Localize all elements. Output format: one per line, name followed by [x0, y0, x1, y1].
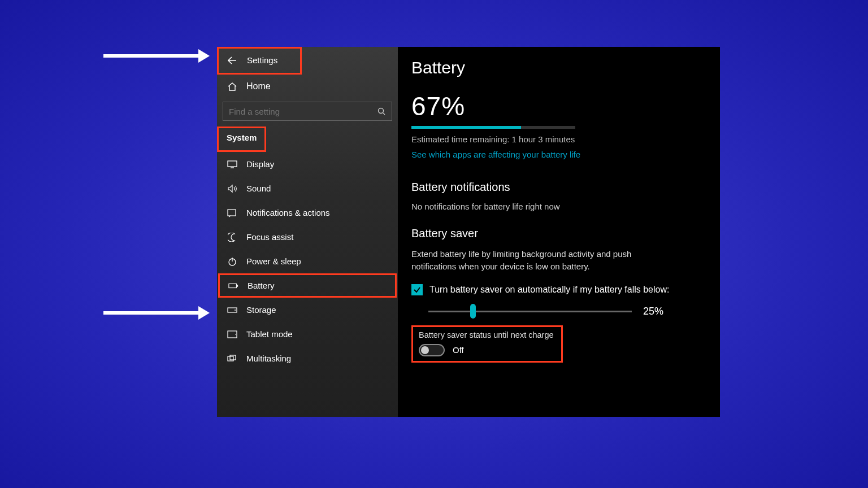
battery-saver-threshold-slider-row: 25%	[428, 306, 706, 317]
svg-rect-2	[228, 161, 237, 167]
battery-apps-link[interactable]: See which apps are affecting your batter…	[411, 150, 580, 159]
sidebar-item-label: Focus assist	[246, 232, 293, 242]
sidebar-item-label: Display	[246, 159, 274, 169]
battery-saver-auto-label: Turn battery saver on automatically if m…	[429, 285, 669, 295]
sidebar-item-label: Multitasking	[246, 354, 291, 363]
sidebar-item-multitasking[interactable]: Multitasking	[217, 346, 398, 371]
highlight-settings-header: Settings	[217, 47, 302, 75]
battery-saver-status-label: Battery saver status until next charge	[419, 330, 555, 339]
sidebar-item-power-sleep[interactable]: Power & sleep	[217, 249, 398, 273]
sound-icon	[227, 184, 237, 193]
tablet-icon	[227, 330, 237, 338]
sidebar-item-label: Tablet mode	[246, 329, 293, 339]
multitasking-icon	[227, 355, 237, 363]
sidebar-item-label: Storage	[246, 305, 276, 315]
battery-icon	[228, 282, 238, 289]
settings-sidebar: Settings Home System	[217, 47, 398, 417]
sidebar-item-label: Sound	[246, 184, 271, 193]
sidebar-item-storage[interactable]: Storage	[217, 298, 398, 322]
sidebar-item-label: Power & sleep	[246, 256, 301, 266]
slider-thumb[interactable]	[470, 304, 476, 319]
sidebar-home-label: Home	[246, 81, 271, 91]
page-title: Battery	[411, 58, 706, 77]
battery-saver-description: Extend battery life by limiting backgrou…	[411, 248, 677, 273]
annotation-arrow-battery	[103, 311, 199, 315]
sidebar-item-label: Battery	[248, 281, 275, 290]
sidebar-item-notifications[interactable]: Notifications & actions	[217, 201, 398, 225]
battery-progress-bar	[411, 126, 575, 129]
svg-rect-13	[228, 356, 233, 361]
sidebar-item-tablet-mode[interactable]: Tablet mode	[217, 322, 398, 346]
notifications-icon	[227, 208, 237, 217]
search-input[interactable]	[223, 102, 392, 121]
battery-progress-fill	[411, 126, 521, 129]
battery-saver-auto-checkbox[interactable]	[411, 284, 423, 295]
settings-main: Battery 67% Estimated time remaining: 1 …	[398, 47, 720, 417]
section-battery-notifications-title: Battery notifications	[411, 181, 706, 194]
sidebar-category-system[interactable]: System	[220, 129, 263, 146]
svg-point-10	[235, 310, 236, 311]
svg-rect-14	[230, 355, 236, 360]
svg-rect-7	[229, 284, 237, 287]
battery-saver-status-toggle[interactable]	[419, 344, 445, 356]
back-icon[interactable]	[228, 56, 237, 64]
power-icon	[227, 257, 237, 266]
sidebar-item-sound[interactable]: Sound	[217, 176, 398, 201]
highlight-system-category: System	[217, 127, 266, 152]
svg-rect-4	[228, 210, 236, 216]
battery-saver-auto-row[interactable]: Turn battery saver on automatically if m…	[411, 284, 706, 295]
home-icon	[227, 82, 237, 91]
section-battery-saver-title: Battery saver	[411, 227, 706, 240]
battery-saver-threshold-value: 25%	[643, 306, 663, 317]
highlight-battery-saver-status: Battery saver status until next charge O…	[411, 325, 563, 363]
storage-icon	[227, 307, 237, 313]
settings-title: Settings	[247, 55, 277, 65]
battery-notifications-body: No notifications for battery life right …	[411, 202, 706, 211]
battery-saver-threshold-slider[interactable]	[428, 311, 632, 312]
display-icon	[227, 160, 237, 168]
settings-header[interactable]: Settings	[221, 51, 298, 69]
focus-assist-icon	[227, 233, 237, 242]
annotation-arrow-settings	[103, 54, 199, 58]
svg-point-12	[235, 334, 236, 335]
battery-saver-status-value: Off	[453, 345, 464, 355]
sidebar-item-focus-assist[interactable]: Focus assist	[217, 225, 398, 249]
svg-rect-8	[237, 285, 238, 287]
toggle-knob	[421, 346, 429, 354]
sidebar-item-display[interactable]: Display	[217, 152, 398, 176]
battery-percent: 67%	[411, 91, 706, 121]
sidebar-item-label: Notifications & actions	[246, 208, 330, 217]
sidebar-home[interactable]: Home	[217, 75, 398, 98]
settings-window: Settings Home System	[217, 47, 720, 417]
battery-time-remaining: Estimated time remaining: 1 hour 3 minut…	[411, 134, 706, 144]
sidebar-item-battery[interactable]: Battery	[218, 273, 397, 298]
